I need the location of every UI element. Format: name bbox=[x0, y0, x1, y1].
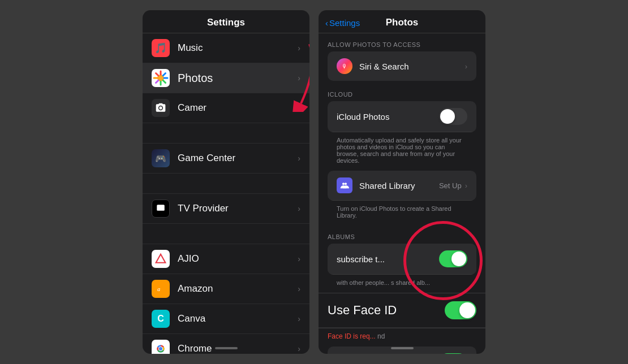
music-label: Music bbox=[178, 42, 298, 54]
settings-row-photos[interactable]: Photos › bbox=[143, 63, 309, 93]
siri-search-group: 🎙 Siri & Search › bbox=[328, 51, 476, 81]
amazon-chevron: › bbox=[298, 284, 300, 293]
albums-section-label: ALBUMS bbox=[319, 226, 485, 244]
siri-search-row[interactable]: 🎙 Siri & Search › bbox=[328, 51, 476, 81]
settings-row-chrome[interactable]: Chrome › bbox=[143, 334, 309, 354]
settings-list: 🎵 Music › bbox=[143, 33, 309, 354]
music-chevron: › bbox=[298, 44, 300, 53]
camera-icon bbox=[152, 99, 170, 117]
faceid-desc-red: Face ID is req... bbox=[328, 332, 376, 340]
settings-title: Settings bbox=[143, 10, 309, 33]
faceid-desc: Face ID is req... nd bbox=[319, 328, 485, 344]
photos-settings-title: Photos bbox=[386, 17, 419, 28]
svg-point-14 bbox=[345, 183, 347, 185]
ajio-icon bbox=[152, 250, 170, 268]
faceid-label: Use Face ID bbox=[328, 303, 445, 318]
ajio-chevron: › bbox=[298, 254, 300, 263]
photos-settings-panel: ‹ Settings Photos ALLOW PHOTOS TO ACCESS… bbox=[319, 10, 485, 354]
svg-text:a: a bbox=[157, 286, 160, 292]
gamecenter-icon: 🎮 bbox=[152, 149, 170, 167]
faceid-toggle[interactable] bbox=[445, 301, 476, 319]
siri-icon: 🎙 bbox=[337, 58, 352, 74]
shared-library-icon bbox=[337, 177, 352, 193]
photos-label: Photos bbox=[178, 72, 298, 85]
amazon-label: Amazon bbox=[178, 283, 298, 294]
canva-label: Canva bbox=[178, 313, 298, 324]
shared-library-row[interactable]: Shared Library Set Up › bbox=[328, 171, 476, 201]
back-chevron: ‹ bbox=[325, 18, 328, 28]
settings-row-sep2 bbox=[143, 174, 309, 194]
settings-row-canva[interactable]: C Canva › bbox=[143, 304, 309, 334]
photos-chevron: › bbox=[298, 73, 300, 83]
icloud-toggle-knob bbox=[440, 109, 455, 124]
ajio-label: AJIO bbox=[178, 253, 298, 265]
settings-row-sep3 bbox=[143, 224, 309, 244]
tvprovider-chevron: › bbox=[298, 204, 300, 213]
icloud-group: iCloud Photos bbox=[328, 101, 476, 132]
settings-row-ajio[interactable]: AJIO › bbox=[143, 244, 309, 274]
music-icon: 🎵 bbox=[152, 39, 170, 57]
chrome-label: Chrome bbox=[178, 343, 298, 354]
library-group: Shared Library Set Up › bbox=[328, 171, 476, 201]
photos-icon bbox=[152, 69, 170, 87]
gamecenter-chevron: › bbox=[298, 154, 300, 163]
gamecenter-label: Game Center bbox=[178, 153, 298, 164]
chrome-icon bbox=[152, 340, 170, 354]
settings-row-sep1 bbox=[143, 123, 309, 144]
settings-row-amazon[interactable]: a Amazon › bbox=[143, 274, 309, 304]
back-label: Settings bbox=[329, 18, 360, 28]
faceid-desc-rest: nd bbox=[377, 332, 385, 340]
right-scroll-indicator bbox=[391, 347, 414, 349]
svg-point-13 bbox=[342, 183, 345, 185]
settings-row-music[interactable]: 🎵 Music › bbox=[143, 33, 309, 63]
faceid-row[interactable]: Use Face ID bbox=[319, 293, 485, 328]
back-button[interactable]: ‹ Settings bbox=[325, 18, 360, 28]
amazon-icon: a bbox=[152, 280, 170, 298]
icloud-photos-toggle[interactable] bbox=[439, 108, 467, 125]
faceid-desc-text: Face ID is req... nd bbox=[328, 332, 385, 340]
subscribe-note: with other people... s shared alb... bbox=[328, 276, 476, 293]
camera-chevron: › bbox=[298, 103, 300, 112]
shared-library-setup: Set Up bbox=[439, 181, 462, 190]
subscribe-row[interactable]: subscribe t... bbox=[328, 244, 476, 275]
allow-access-section-label: ALLOW PHOTOS TO ACCESS bbox=[319, 33, 485, 51]
subscribe-toggle-knob bbox=[451, 252, 466, 266]
canva-chevron: › bbox=[298, 314, 300, 323]
settings-row-tvprovider[interactable]: TV Provider › bbox=[143, 194, 309, 224]
subscribe-toggle[interactable] bbox=[439, 250, 467, 267]
library-chevron: › bbox=[465, 181, 467, 190]
faceid-section: Use Face ID bbox=[319, 293, 485, 328]
recently-deleted-toggle[interactable] bbox=[439, 353, 467, 354]
tvprovider-icon bbox=[152, 200, 170, 218]
svg-marker-2 bbox=[156, 254, 166, 263]
tvprovider-label: TV Provider bbox=[178, 203, 298, 214]
icloud-section-label: ICLOUD bbox=[319, 83, 485, 101]
siri-search-label: Siri & Search bbox=[359, 62, 465, 71]
photos-header: ‹ Settings Photos bbox=[319, 10, 485, 33]
icloud-photos-label: iCloud Photos bbox=[337, 112, 439, 122]
chrome-chevron: › bbox=[298, 344, 300, 353]
icloud-photos-row[interactable]: iCloud Photos bbox=[328, 101, 476, 132]
subscribe-label: subscribe t... bbox=[337, 254, 439, 264]
settings-row-gamecenter[interactable]: 🎮 Game Center › bbox=[143, 144, 309, 174]
siri-chevron: › bbox=[465, 62, 467, 71]
shared-library-label: Shared Library bbox=[359, 181, 439, 190]
canva-icon: C bbox=[152, 310, 170, 328]
faceid-toggle-knob bbox=[459, 302, 475, 318]
svg-point-7 bbox=[159, 347, 162, 350]
camera-label: Camer bbox=[178, 102, 298, 114]
settings-panel: Settings 🎵 Music › bbox=[143, 10, 309, 354]
scroll-indicator bbox=[215, 347, 238, 349]
icloud-photos-note: Automatically upload and safely store al… bbox=[328, 133, 476, 171]
svg-rect-1 bbox=[157, 205, 165, 211]
settings-row-camera[interactable]: Camer › bbox=[143, 93, 309, 123]
library-note: Turn on iCloud Photos to create a Shared… bbox=[328, 202, 476, 226]
albums-group: subscribe t... bbox=[328, 244, 476, 275]
